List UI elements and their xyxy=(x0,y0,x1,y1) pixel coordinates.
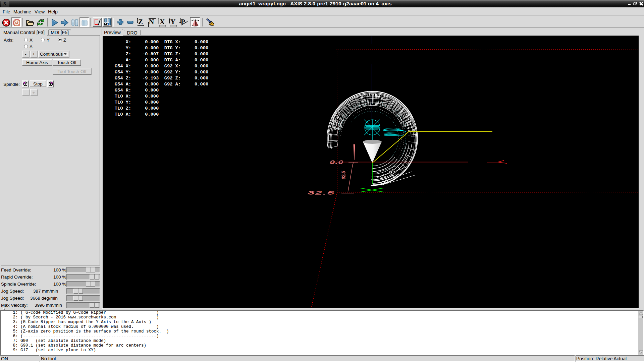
svg-text:Z: Z xyxy=(138,18,143,26)
svg-text:32.5: 32.5 xyxy=(341,171,346,179)
svg-text:P: P xyxy=(181,18,185,26)
svg-text:0.0: 0.0 xyxy=(330,160,344,165)
svg-text:Y: Y xyxy=(170,18,175,26)
svg-text:32.5: 32.5 xyxy=(308,190,335,195)
svg-text:M1: M1 xyxy=(104,22,109,26)
svg-text:X: X xyxy=(160,18,165,26)
svg-text:N: N xyxy=(149,18,154,26)
